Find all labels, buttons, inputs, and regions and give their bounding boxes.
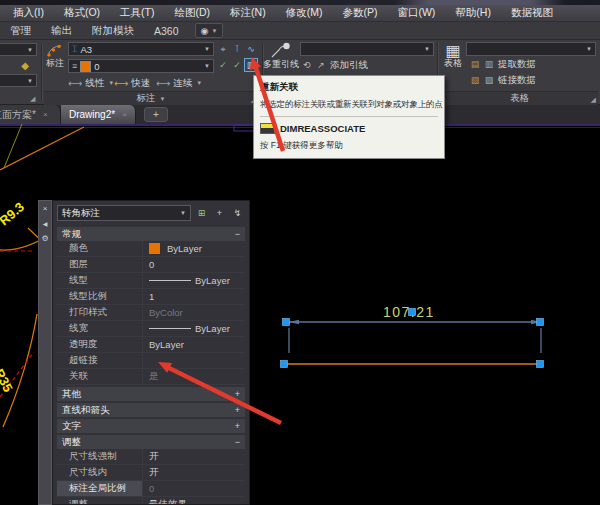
prop-label: 尺寸线强制 bbox=[57, 449, 143, 464]
prop-row-color[interactable]: 颜色 ByLayer bbox=[57, 241, 245, 257]
panel-expander-icon[interactable]: ◢ bbox=[30, 95, 35, 103]
stub-tool-icon[interactable]: ◆ bbox=[18, 58, 32, 72]
linear-dimension-button[interactable]: ⟷ 线性 ▼ bbox=[68, 76, 114, 90]
link-data-icon-button[interactable]: ▨ bbox=[482, 73, 496, 87]
prop-row-linetype[interactable]: 线型 ByLayer bbox=[57, 273, 245, 289]
extract-data-icon-button[interactable]: ▥ bbox=[482, 57, 496, 71]
data-tool-icon-a[interactable]: ▤ bbox=[468, 57, 482, 71]
prop-row-layer[interactable]: 图层 0 bbox=[57, 257, 245, 273]
expand-icon[interactable]: + bbox=[235, 405, 240, 415]
prop-value: ByLayer bbox=[195, 323, 230, 334]
toggle-pickadd-button[interactable]: ⊞ bbox=[194, 206, 209, 221]
prop-row-dimline-forced[interactable]: 尺寸线强制 开 bbox=[57, 449, 245, 465]
prop-row-transparency[interactable]: 透明度 ByLayer bbox=[57, 337, 245, 353]
data-b-icon: ▥ bbox=[485, 59, 494, 69]
layer-combo-value: 0 bbox=[94, 61, 99, 72]
add-leader-button[interactable]: 添加引线 bbox=[330, 58, 368, 72]
dim-style-combo[interactable]: ⌶ A3 ▼ bbox=[68, 42, 214, 56]
menu-tools[interactable]: 工具(T) bbox=[110, 6, 164, 20]
quick-select-button[interactable]: ↯ bbox=[230, 206, 245, 221]
menu-dataview[interactable]: 数据视图 bbox=[501, 6, 563, 20]
section-text[interactable]: 文字 + bbox=[57, 419, 245, 433]
stub-combo-top[interactable]: ▼ bbox=[0, 43, 37, 56]
ribbon-tab-a360[interactable]: A360 bbox=[144, 25, 189, 37]
color-swatch bbox=[149, 243, 160, 254]
prop-row-plotstyle[interactable]: 打印样式 ByColor bbox=[57, 305, 245, 321]
multileader-style-combo[interactable]: ▼ bbox=[300, 42, 434, 56]
ribbon-tab-addins[interactable]: 附加模块 bbox=[82, 24, 144, 38]
dim-inspect-button[interactable]: ✓ bbox=[216, 58, 230, 72]
collapse-icon[interactable]: − bbox=[235, 229, 240, 239]
prop-row-fit[interactable]: 调整 最佳效果 bbox=[57, 497, 245, 505]
layer-combo[interactable]: ≡ 0 ▼ bbox=[68, 59, 214, 73]
grip-dim-right[interactable] bbox=[537, 319, 544, 326]
section-misc[interactable]: 其他 + bbox=[57, 387, 245, 401]
prop-row-ltscale[interactable]: 线型比例 1 bbox=[57, 289, 245, 305]
dimension-style-big-button[interactable]: 标注 bbox=[44, 43, 66, 68]
radius-dimension-text[interactable]: R9.3 bbox=[0, 199, 27, 228]
menu-format[interactable]: 格式(O) bbox=[54, 6, 110, 20]
extract-data-button[interactable]: 提取数据 bbox=[498, 57, 536, 71]
expand-icon[interactable]: + bbox=[235, 421, 240, 431]
section-general[interactable]: 常规 − bbox=[57, 227, 245, 241]
leader-align-button[interactable]: ↗ bbox=[314, 58, 328, 72]
table-style-combo[interactable]: ▼ bbox=[466, 42, 596, 56]
data-tool-icon-c[interactable]: ▧ bbox=[468, 73, 482, 87]
dim-update-button[interactable]: ✓ bbox=[230, 58, 244, 72]
dialog-launcher-icon[interactable]: ◢ bbox=[591, 96, 596, 104]
file-tab-plan[interactable]: 立面方案* × bbox=[0, 105, 61, 124]
menu-draw[interactable]: 绘图(D) bbox=[165, 6, 221, 20]
collapse-icon[interactable]: − bbox=[235, 437, 240, 447]
continue-dimension-button[interactable]: ⟷ 连续 ▼ bbox=[156, 76, 202, 90]
leader-collect-button[interactable]: ⟲ bbox=[300, 58, 314, 72]
menu-modify[interactable]: 修改(M) bbox=[276, 6, 333, 20]
radius-dimension-text-2[interactable]: R35 bbox=[0, 366, 16, 394]
dim-reassociate-button[interactable]: ▥ bbox=[244, 58, 258, 72]
quick-dimension-button[interactable]: ⟷ 快速 bbox=[114, 76, 150, 90]
prop-row-hyperlink[interactable]: 超链接 bbox=[57, 353, 245, 369]
dimension-big-button-label: 标注 bbox=[46, 58, 64, 68]
gear-icon[interactable]: ⚙ bbox=[41, 234, 48, 243]
file-tab-drawing2[interactable]: Drawing2* × bbox=[61, 105, 136, 124]
dim-adjust-space-button[interactable]: ⊺ bbox=[230, 42, 244, 56]
prop-row-dimscale[interactable]: 标注全局比例 0 bbox=[57, 481, 245, 497]
menu-parametric[interactable]: 参数(P) bbox=[332, 6, 387, 20]
prop-row-dimline-inside[interactable]: 尺寸线内 开 bbox=[57, 465, 245, 481]
close-icon[interactable]: × bbox=[43, 110, 48, 119]
menu-insert[interactable]: 插入(I) bbox=[3, 6, 54, 20]
arc-lower[interactable] bbox=[3, 314, 37, 427]
ribbon-tab-output[interactable]: 输出 bbox=[41, 24, 82, 38]
expand-icon[interactable]: + bbox=[235, 389, 240, 399]
prop-row-associative[interactable]: 关联 是 bbox=[57, 369, 245, 385]
select-objects-button[interactable]: + bbox=[212, 206, 227, 221]
link-data-button[interactable]: 链接数据 bbox=[498, 73, 536, 87]
dim-break-button[interactable]: ⌖ bbox=[216, 42, 230, 56]
grip-dim-text[interactable] bbox=[409, 309, 416, 316]
object-type-combo[interactable]: 转角标注 ▼ bbox=[57, 205, 191, 221]
ribbon-tab-manage[interactable]: 管理 bbox=[0, 24, 41, 38]
grip-object-left[interactable] bbox=[281, 361, 288, 368]
dim-jog-line-button[interactable]: ∿ bbox=[244, 42, 258, 56]
table-big-button[interactable]: ▦ 表格 bbox=[441, 43, 465, 68]
menu-window[interactable]: 窗口(W) bbox=[387, 6, 445, 20]
render-gallery-button[interactable]: ◉ ▼ bbox=[195, 23, 224, 38]
prop-value: 0 bbox=[143, 257, 245, 272]
menu-dimension[interactable]: 标注(N) bbox=[220, 6, 276, 20]
menu-help[interactable]: 帮助(H) bbox=[445, 6, 501, 20]
chevron-down-icon: ▼ bbox=[586, 46, 592, 52]
close-icon[interactable]: × bbox=[122, 110, 127, 119]
table-panel-footer[interactable]: 表格 ◢ bbox=[441, 91, 598, 105]
stub-combo-bottom[interactable]: ▼ bbox=[0, 74, 37, 87]
section-lines-arrows[interactable]: 直线和箭头 + bbox=[57, 403, 245, 417]
orange-line[interactable] bbox=[0, 127, 84, 170]
dimension-panel-footer[interactable]: 标注 ▼ ◢ bbox=[44, 91, 258, 105]
new-tab-button[interactable]: + bbox=[144, 107, 168, 122]
section-fit[interactable]: 调整 − bbox=[57, 435, 245, 449]
grip-object-right[interactable] bbox=[537, 361, 544, 368]
autohide-icon[interactable]: ◀ bbox=[43, 220, 48, 227]
prop-row-lineweight[interactable]: 线宽 ByLayer bbox=[57, 321, 245, 337]
multileader-big-button[interactable]: 多重引线 bbox=[263, 42, 299, 69]
grip-dim-left[interactable] bbox=[283, 319, 290, 326]
close-icon[interactable]: × bbox=[43, 204, 48, 213]
construction-line[interactable] bbox=[4, 124, 22, 168]
